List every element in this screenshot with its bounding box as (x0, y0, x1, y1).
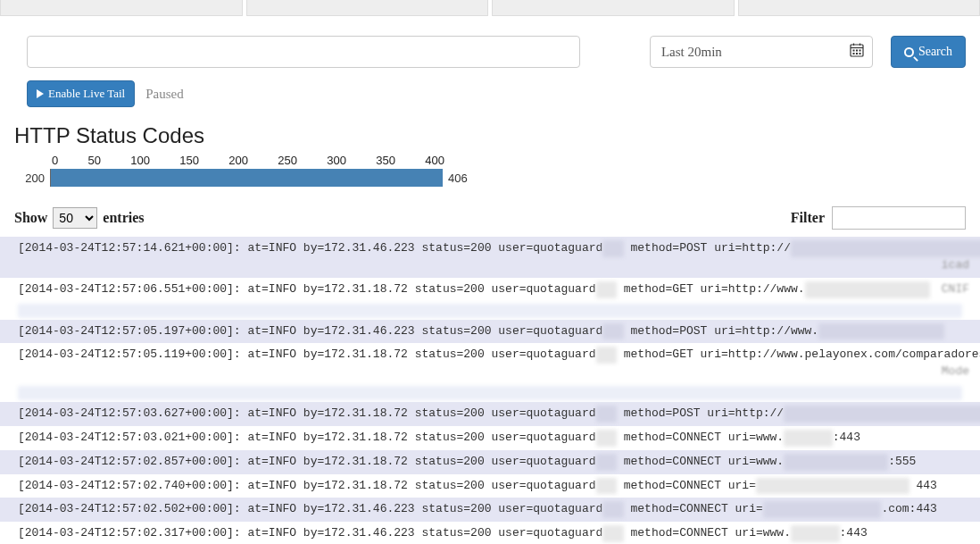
log-row[interactable]: [2014-03-24T12:57:03.021+00:00]: at=INFO… (0, 426, 980, 450)
timerange-picker[interactable] (650, 36, 873, 68)
entries-label: entries (103, 210, 144, 226)
log-row[interactable]: [2014-03-24T12:57:05.119+00:00]: at=INFO… (0, 343, 980, 384)
search-button-label: Search (918, 45, 952, 59)
live-tail-status: Paused (145, 87, 184, 102)
live-tail-label: Enable Live Tail (48, 87, 125, 101)
log-row[interactable]: [2014-03-24T12:57:03.627+00:00]: at=INFO… (0, 402, 980, 426)
log-row[interactable]: [2014-03-24T12:57:05.197+00:00]: at=INFO… (0, 320, 980, 344)
chart-x-axis: 050100150200250300350400 (52, 154, 444, 167)
chart-bar-row: 200406 (14, 169, 980, 187)
chart-tick: 400 (425, 154, 444, 167)
log-row[interactable]: [2014-03-24T12:57:02.740+00:00]: at=INFO… (0, 474, 980, 498)
search-icon (904, 47, 914, 57)
top-tabs (0, 0, 980, 16)
redacted-line (18, 386, 962, 400)
chart-tick: 0 (52, 154, 58, 167)
filter-input[interactable] (832, 206, 966, 230)
chart-tick: 200 (228, 154, 248, 167)
chart-tick: 350 (376, 154, 395, 167)
chart-track (50, 169, 443, 187)
chart-tick: 150 (179, 154, 199, 167)
chart-title: HTTP Status Codes (0, 123, 980, 154)
chart-bar (51, 169, 443, 187)
log-row[interactable]: [2014-03-24T12:57:02.857+00:00]: at=INFO… (0, 450, 980, 474)
search-input[interactable] (27, 36, 580, 68)
page-size-select[interactable]: 102550100 (53, 207, 97, 229)
chart-tick: 300 (327, 154, 346, 167)
chart-tick: 250 (278, 154, 297, 167)
chart-bars: 200406 (14, 169, 980, 187)
status-chart: 050100150200250300350400 200406 (0, 154, 980, 206)
chart-tick: 50 (88, 154, 101, 167)
filter-label: Filter (791, 210, 825, 226)
log-table: [2014-03-24T12:57:14.621+00:00]: at=INFO… (0, 237, 980, 544)
redacted-line (18, 304, 962, 318)
enable-live-tail-button[interactable]: Enable Live Tail (27, 80, 135, 107)
live-tail-row: Enable Live Tail Paused (0, 80, 980, 123)
controls-row: Search (0, 16, 980, 80)
chart-tick: 100 (130, 154, 150, 167)
log-row[interactable]: [2014-03-24T12:57:02.317+00:00]: at=INFO… (0, 522, 980, 544)
log-row[interactable]: [2014-03-24T12:57:06.551+00:00]: at=INFO… (0, 278, 980, 302)
tab-placeholder[interactable] (0, 0, 243, 16)
log-row[interactable]: [2014-03-24T12:57:02.502+00:00]: at=INFO… (0, 498, 980, 522)
log-row[interactable]: [2014-03-24T12:57:14.621+00:00]: at=INFO… (0, 237, 980, 278)
tab-placeholder[interactable] (738, 0, 981, 16)
show-label: Show (14, 210, 47, 226)
chart-value-label: 406 (448, 172, 468, 185)
search-button[interactable]: Search (891, 36, 966, 68)
tab-placeholder[interactable] (492, 0, 735, 16)
play-icon (37, 89, 44, 98)
tab-placeholder[interactable] (246, 0, 489, 16)
chart-category-label: 200 (14, 172, 50, 185)
timerange-input[interactable] (650, 36, 873, 68)
table-controls: Show 102550100 entries Filter (0, 206, 980, 237)
